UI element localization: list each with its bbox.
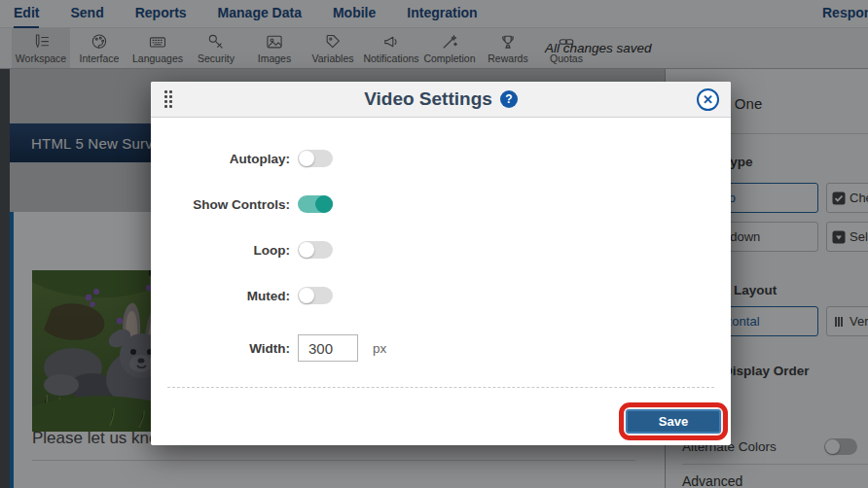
toggle-knob xyxy=(315,195,333,213)
width-unit: px xyxy=(373,341,386,356)
toggle-label: Muted: xyxy=(151,289,290,303)
toggle-row-loop: Loop: xyxy=(151,241,333,259)
toggle-label: Loop: xyxy=(151,243,290,258)
drag-handle-icon[interactable] xyxy=(164,90,172,108)
width-label: Width: xyxy=(151,341,290,356)
toggle-row-show-controls: Show Controls: xyxy=(151,195,333,213)
questionpro-editor-page: EditSendReportsManage DataMobileIntegrat… xyxy=(0,0,868,488)
close-icon[interactable]: ✕ xyxy=(697,88,719,111)
toggle-switch[interactable] xyxy=(298,287,333,304)
toggle-knob xyxy=(299,151,314,166)
toggle-row-autoplay: Autoplay: xyxy=(151,150,333,167)
modal-footer-separator xyxy=(167,387,714,388)
toggle-switch[interactable] xyxy=(298,150,333,167)
video-settings-modal: Video Settings ? ✕ Autoplay:Show Control… xyxy=(151,82,731,445)
toggle-row-muted: Muted: xyxy=(151,287,333,304)
width-row: Width: px xyxy=(151,334,386,362)
help-icon[interactable]: ? xyxy=(500,90,518,108)
modal-title: Video Settings ? xyxy=(364,88,518,110)
toggle-knob xyxy=(299,288,314,303)
modal-title-text: Video Settings xyxy=(364,88,492,110)
toggle-label: Show Controls: xyxy=(151,197,290,212)
modal-header: Video Settings ? ✕ xyxy=(151,82,731,118)
toggle-switch[interactable] xyxy=(298,241,333,259)
toggle-switch[interactable] xyxy=(298,195,333,213)
toggle-knob xyxy=(299,242,314,258)
toggle-label: Autoplay: xyxy=(151,152,290,166)
save-annotation-ring: Save xyxy=(619,402,728,440)
save-button[interactable]: Save xyxy=(626,409,721,434)
width-input[interactable] xyxy=(298,334,358,362)
